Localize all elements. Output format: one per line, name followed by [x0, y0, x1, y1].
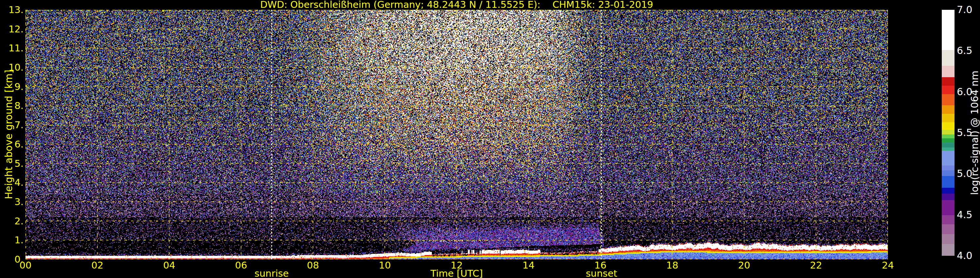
colorbar-label: log(rc-signal) @ 1064 nm — [969, 71, 980, 195]
colorbar-canvas — [942, 10, 955, 256]
y-axis-label: Height above ground [km] — [3, 70, 14, 199]
x-tick-label: 18 — [667, 260, 678, 270]
x-tick-label: 02 — [91, 260, 103, 270]
x-axis-label: Time [UTC] — [431, 269, 483, 278]
y-tick-label: 13. — [2, 5, 24, 15]
sunset-label: sunset — [586, 269, 617, 278]
colorbar-tick-label: 7.0 — [957, 5, 972, 15]
heatmap-canvas — [25, 10, 888, 259]
plot-title: DWD: Oberschleißheim (Germany; 48.2443 N… — [25, 0, 888, 9]
colorbar-tick-label: 4.0 — [957, 251, 972, 260]
x-tick-label: 08 — [307, 260, 319, 270]
y-tick-label: 2. — [2, 216, 24, 226]
x-tick-label: 06 — [235, 260, 247, 270]
y-tick-label: 0. — [2, 254, 24, 265]
x-tick-label: 10 — [379, 260, 391, 270]
y-tick-label: 1. — [2, 235, 24, 245]
x-tick-label: 20 — [738, 260, 750, 270]
colorbar-tick-label: 4.5 — [957, 210, 972, 220]
y-tick-label: 11. — [2, 43, 24, 53]
colorbar-tick-label: 6.5 — [957, 46, 972, 56]
x-tick-label: 14 — [523, 260, 535, 270]
ceilometer-quicklook-figure: DWD: Oberschleißheim (Germany; 48.2443 N… — [0, 0, 980, 278]
sunrise-label: sunrise — [255, 269, 289, 278]
x-tick-label: 22 — [810, 260, 822, 270]
x-tick-label: 24 — [882, 260, 894, 270]
x-tick-label: 04 — [163, 260, 175, 270]
y-tick-label: 12. — [2, 24, 24, 34]
